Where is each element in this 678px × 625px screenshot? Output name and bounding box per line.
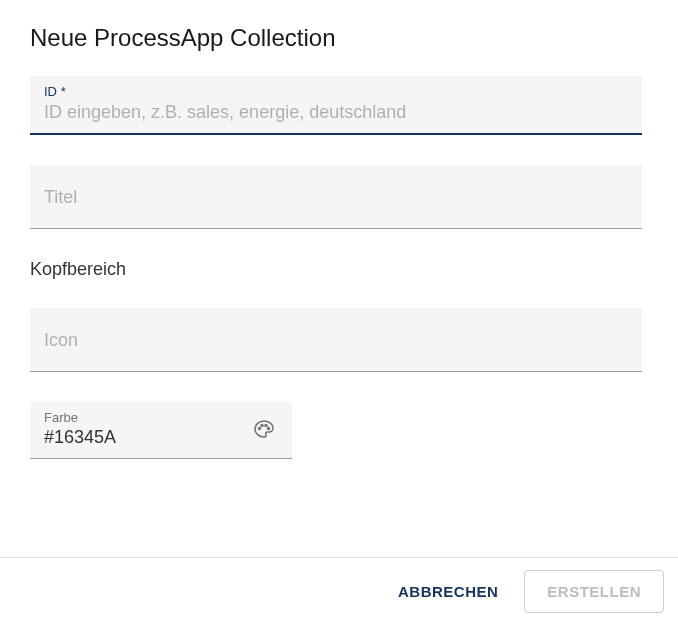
title-input[interactable] [30,165,642,228]
svg-point-2 [265,425,267,427]
id-input[interactable] [30,76,642,133]
palette-icon [252,418,276,442]
cancel-button[interactable]: Abbrechen [380,571,516,612]
color-field-value: #16345A [44,427,230,448]
svg-point-1 [261,425,263,427]
color-field-text[interactable]: Farbe #16345A [30,402,244,458]
id-field-container: ID * [30,76,642,135]
dialog-content: Neue ProcessApp Collection ID * Kopfbere… [0,0,678,557]
dialog-title: Neue ProcessApp Collection [30,24,648,52]
icon-input[interactable] [30,308,642,371]
required-marker: * [61,84,66,99]
svg-point-3 [268,428,270,430]
id-field-label: ID * [44,84,66,99]
id-label-text: ID [44,84,57,99]
color-field-container: Farbe #16345A [30,402,292,459]
icon-field-container [30,308,642,372]
create-button[interactable]: Erstellen [524,570,664,613]
color-picker-button[interactable] [244,410,284,450]
svg-point-0 [259,428,261,430]
title-field-container [30,165,642,229]
new-processapp-collection-dialog: Neue ProcessApp Collection ID * Kopfbere… [0,0,678,625]
color-field-label: Farbe [44,410,230,425]
header-section-label: Kopfbereich [30,259,648,280]
dialog-actions: Abbrechen Erstellen [0,557,678,625]
